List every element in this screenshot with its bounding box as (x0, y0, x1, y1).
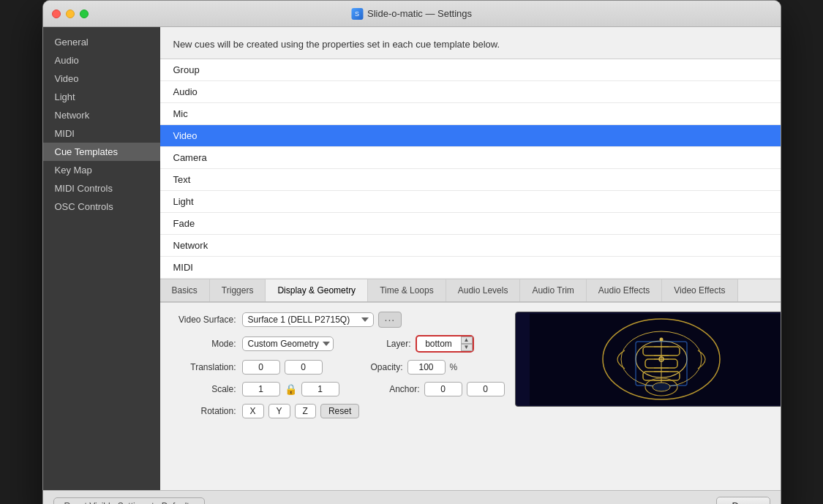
opacity-label: Opacity: (337, 362, 403, 372)
sidebar-item-audio[interactable]: Audio (43, 51, 160, 69)
app-icon: S (351, 8, 363, 20)
tab-video-effects[interactable]: Video Effects (662, 279, 737, 301)
layer-stepper: ▲ ▼ (461, 336, 473, 351)
lock-icon[interactable]: 🔒 (285, 383, 297, 395)
mode-select[interactable]: Custom Geometry (242, 336, 334, 351)
anchor-label: Anchor: (354, 384, 420, 394)
cue-item-video[interactable]: Video (160, 125, 781, 147)
maximize-button[interactable] (80, 10, 89, 18)
tabs-row: Basics Triggers Display & Geometry Time … (160, 279, 781, 302)
window-title: Slide-o-matic — Settings (367, 8, 472, 19)
opacity-input[interactable] (407, 360, 446, 375)
opacity-unit: % (450, 362, 458, 372)
cue-list-wrapper: Group Audio Mic Video Camera T (160, 59, 781, 279)
rotation-z-button[interactable]: Z (295, 404, 316, 418)
cue-item-network[interactable]: Network (160, 235, 781, 257)
layer-stepper-up[interactable]: ▲ (461, 336, 473, 344)
tab-display-geometry[interactable]: Display & Geometry (266, 279, 368, 301)
scale-control: 🔒 Anchor: (242, 382, 505, 396)
sidebar-item-network[interactable]: Network (43, 106, 160, 124)
anchor-x-input[interactable] (424, 382, 462, 396)
reset-visible-settings-button[interactable]: Reset Visible Settings to Defaults (53, 497, 205, 505)
layer-stepper-down[interactable]: ▼ (461, 344, 473, 351)
sidebar-item-light[interactable]: Light (43, 88, 160, 106)
close-button[interactable] (52, 10, 61, 18)
scale-x-input[interactable] (242, 382, 280, 396)
settings-left: Video Surface: Surface 1 (DELL P2715Q) ·… (170, 312, 505, 481)
cue-item-group[interactable]: Group (160, 59, 781, 81)
window-title-group: S Slide-o-matic — Settings (351, 8, 472, 20)
svg-point-19 (653, 383, 670, 391)
layer-input-group: ▲ ▼ (416, 335, 474, 353)
layer-label: Layer: (345, 339, 411, 349)
mode-label: Mode: (170, 339, 236, 349)
minimize-button[interactable] (66, 10, 75, 18)
settings-window: S Slide-o-matic — Settings General Audio… (42, 0, 781, 504)
tab-time-loops[interactable]: Time & Loops (368, 279, 446, 301)
rotation-reset-button[interactable]: Reset (320, 404, 359, 418)
translation-y-input[interactable] (285, 360, 323, 375)
svg-point-15 (659, 337, 663, 341)
rotation-row: Rotation: X Y Z Reset (170, 404, 505, 418)
sidebar-item-cue-templates[interactable]: Cue Templates (43, 143, 160, 161)
scale-label: Scale: (170, 384, 236, 394)
more-button[interactable]: ··· (378, 312, 402, 328)
video-surface-control: Surface 1 (DELL P2715Q) ··· (242, 312, 402, 328)
footer: Reset Visible Settings to Defaults Done (43, 490, 781, 504)
cue-item-fade[interactable]: Fade (160, 213, 781, 235)
translation-x-input[interactable] (242, 360, 280, 375)
cue-item-audio[interactable]: Audio (160, 81, 781, 103)
sidebar-item-midi[interactable]: MIDI (43, 124, 160, 143)
sidebar-item-osc-controls[interactable]: OSC Controls (43, 198, 160, 216)
cue-item-text[interactable]: Text (160, 169, 781, 191)
traffic-lights (52, 10, 89, 18)
sidebar-item-midi-controls[interactable]: MIDI Controls (43, 179, 160, 198)
mode-control: Custom Geometry Layer: ▲ ▼ (242, 335, 474, 353)
scale-row: Scale: 🔒 Anchor: (170, 382, 505, 396)
tab-audio-effects[interactable]: Audio Effects (587, 279, 663, 301)
tab-audio-trim[interactable]: Audio Trim (520, 279, 586, 301)
rotation-x-button[interactable]: X (242, 404, 264, 418)
translation-control: Opacity: % (242, 360, 458, 375)
cue-item-camera[interactable]: Camera (160, 147, 781, 169)
tab-basics[interactable]: Basics (160, 279, 210, 301)
sidebar-item-general[interactable]: General (43, 33, 160, 51)
rotation-control: X Y Z Reset (242, 404, 360, 418)
titlebar: S Slide-o-matic — Settings (43, 1, 781, 27)
cue-item-midi[interactable]: MIDI (160, 257, 781, 279)
cue-item-mic[interactable]: Mic (160, 103, 781, 125)
settings-panel: Video Surface: Surface 1 (DELL P2715Q) ·… (160, 303, 781, 490)
content-area: General Audio Video Light Network MIDI C… (43, 27, 781, 490)
tab-triggers[interactable]: Triggers (210, 279, 266, 301)
description-text: New cues will be created using the prope… (160, 27, 781, 59)
translation-label: Translation: (170, 362, 236, 372)
tabs-panel: Basics Triggers Display & Geometry Time … (160, 279, 781, 303)
mode-row: Mode: Custom Geometry Layer: ▲ ▼ (170, 335, 505, 353)
main-content: New cues will be created using the prope… (160, 27, 781, 490)
sidebar-item-video[interactable]: Video (43, 69, 160, 88)
tab-audio-levels[interactable]: Audio Levels (446, 279, 521, 301)
cue-item-light[interactable]: Light (160, 191, 781, 213)
video-surface-select[interactable]: Surface 1 (DELL P2715Q) (242, 312, 374, 327)
video-surface-row: Video Surface: Surface 1 (DELL P2715Q) ·… (170, 312, 505, 328)
preview-area (515, 312, 781, 407)
sidebar: General Audio Video Light Network MIDI C… (43, 27, 160, 490)
sidebar-item-key-map[interactable]: Key Map (43, 161, 160, 179)
translation-row: Translation: Opacity: % (170, 360, 505, 375)
layer-input[interactable] (417, 337, 461, 350)
scale-y-input[interactable] (301, 382, 339, 396)
anchor-y-input[interactable] (467, 382, 505, 396)
preview-svg (530, 314, 781, 405)
rotation-y-button[interactable]: Y (268, 404, 290, 418)
rotation-label: Rotation: (170, 406, 236, 416)
cue-list: Group Audio Mic Video Camera T (160, 59, 781, 279)
video-surface-label: Video Surface: (170, 315, 236, 325)
done-button[interactable]: Done (716, 497, 770, 504)
